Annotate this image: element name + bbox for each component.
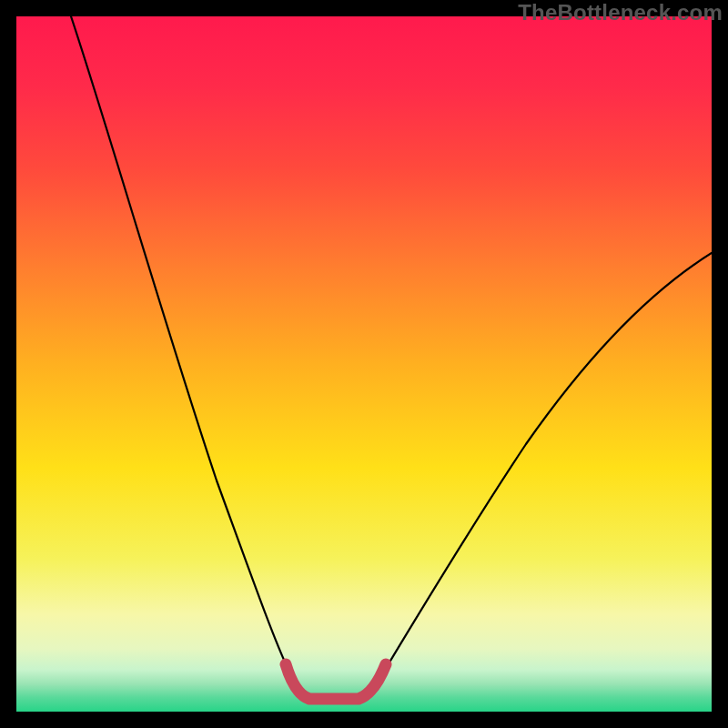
watermark-text: TheBottleneck.com (518, 0, 723, 25)
curve-layer (16, 16, 712, 712)
optimal-band (286, 664, 386, 699)
bottleneck-curve (71, 16, 712, 697)
plot-area (16, 16, 712, 712)
chart-frame: TheBottleneck.com (0, 0, 728, 728)
